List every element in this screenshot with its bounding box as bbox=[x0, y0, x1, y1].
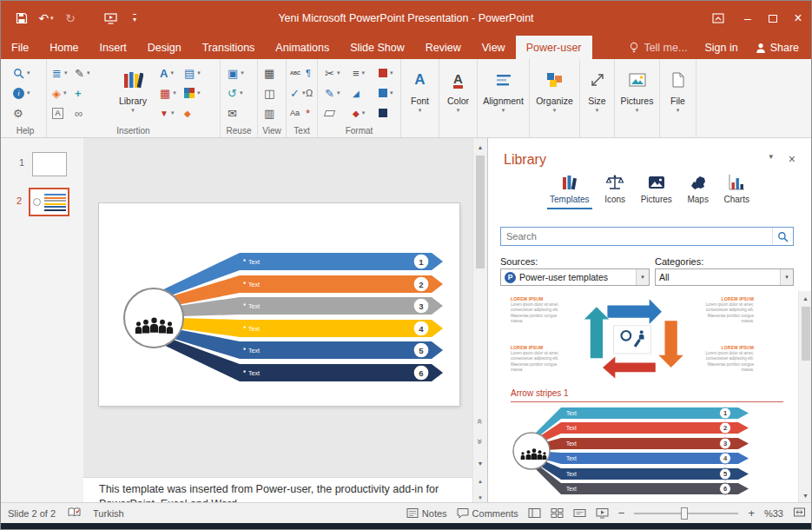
proofing-status-button[interactable] bbox=[68, 507, 81, 520]
previous-slide-button[interactable]: « bbox=[473, 414, 487, 428]
settings-button[interactable]: ⚙ bbox=[13, 105, 30, 121]
fit-slide-button[interactable] bbox=[793, 507, 806, 520]
tab-file[interactable]: File bbox=[1, 36, 39, 59]
alignment-menu-button[interactable]: Alignment▾ bbox=[478, 59, 530, 137]
library-tab-pictures[interactable]: Pictures bbox=[638, 171, 675, 209]
insert-textbox-button[interactable]: A bbox=[52, 105, 67, 121]
library-scrollbar[interactable]: ▲ ▼ bbox=[798, 291, 812, 502]
size-menu-button[interactable]: Size▾ bbox=[580, 59, 615, 137]
library-search-input[interactable] bbox=[501, 231, 772, 242]
symbol-button[interactable]: Ω bbox=[306, 85, 313, 101]
tag-button[interactable]: ◆ bbox=[184, 105, 201, 121]
library-tab-maps[interactable]: Maps bbox=[684, 171, 710, 209]
color-menu-button[interactable]: A Color▾ bbox=[439, 59, 478, 137]
ribbon-display-options-button[interactable] bbox=[705, 1, 731, 36]
slide-2-canvas[interactable]: Text 1 Text 2 Text bbox=[99, 203, 459, 406]
library-pane-close-button[interactable]: × bbox=[789, 152, 795, 166]
language-button[interactable]: Turkish bbox=[93, 508, 124, 519]
panel-view-button[interactable]: ▥ bbox=[264, 105, 274, 121]
matrix-button[interactable]: ▦▾ bbox=[160, 85, 176, 101]
redo-button[interactable]: ↻ bbox=[58, 1, 83, 36]
tab-view[interactable]: View bbox=[472, 36, 516, 59]
funnel-button[interactable]: ▼▾ bbox=[160, 105, 176, 121]
notes-scrollbar[interactable]: ▲ ▼ bbox=[472, 477, 487, 502]
tab-animations[interactable]: Animations bbox=[265, 36, 340, 59]
scroll-down-button[interactable]: ▼ bbox=[473, 456, 487, 470]
insert-list-button[interactable]: ≣▾ bbox=[52, 65, 67, 81]
slide-workspace[interactable]: Text 1 Text 2 Text bbox=[83, 138, 472, 477]
footnote-button[interactable]: * bbox=[306, 105, 313, 121]
pictures-menu-button[interactable]: Pictures▾ bbox=[615, 59, 660, 137]
notes-toggle-button[interactable]: Notes bbox=[406, 507, 447, 519]
library-pane-menu-button[interactable]: ▾ bbox=[769, 152, 773, 161]
arrow-stripe-1[interactable]: Text 1 bbox=[240, 253, 443, 270]
send-button[interactable]: ✉ bbox=[228, 105, 244, 121]
sources-dropdown[interactable]: P Power-user templates ▾ bbox=[500, 268, 650, 286]
reading-view-button[interactable] bbox=[573, 507, 586, 519]
save-button[interactable] bbox=[10, 1, 34, 36]
tab-review[interactable]: Review bbox=[415, 36, 472, 59]
minimize-button[interactable]: – bbox=[735, 1, 761, 36]
blue-swatch-button[interactable]: ▾ bbox=[379, 85, 393, 101]
sources-dropdown-arrow-icon[interactable]: ▾ bbox=[636, 269, 649, 285]
checkmark-button[interactable]: ✓▾ bbox=[290, 85, 305, 101]
change-case-button[interactable]: Aa bbox=[290, 105, 305, 121]
comments-toggle-button[interactable]: Comments bbox=[457, 507, 518, 519]
notes-scroll-up-icon[interactable]: ▲ bbox=[478, 479, 483, 484]
tab-home[interactable]: Home bbox=[39, 36, 89, 59]
zoom-slider-thumb[interactable] bbox=[681, 507, 688, 520]
thumbnail-slide-2[interactable] bbox=[29, 188, 69, 216]
spelling-button[interactable]: ABC bbox=[290, 65, 305, 81]
notes-text[interactable]: This template was inserted from Power-us… bbox=[99, 482, 457, 502]
notes-pane[interactable]: This template was inserted from Power-us… bbox=[83, 477, 472, 502]
tab-transitions[interactable]: Transitions bbox=[192, 36, 266, 59]
library-tab-charts[interactable]: Charts bbox=[722, 171, 752, 209]
arrow-stripe-6[interactable]: Text 6 bbox=[240, 364, 443, 381]
slide-scrollbar[interactable]: ▲ « » ▼ bbox=[472, 138, 487, 477]
customize-quick-access-button[interactable]: ▾ bbox=[122, 1, 147, 36]
search-button[interactable]: ▾ bbox=[13, 65, 30, 81]
organize-menu-button[interactable]: Organize▾ bbox=[530, 59, 580, 137]
edit-shape-button[interactable]: ✎▾ bbox=[75, 65, 89, 81]
thumbnail-slide-1[interactable] bbox=[32, 152, 67, 176]
maximize-button[interactable] bbox=[760, 1, 786, 36]
scroll-up-button[interactable]: ▲ bbox=[473, 140, 487, 154]
insert-table-button[interactable]: ▤▾ bbox=[184, 65, 201, 81]
library-scroll-up-button[interactable]: ▲ bbox=[799, 291, 812, 305]
tab-insert[interactable]: Insert bbox=[89, 36, 137, 59]
next-slide-button[interactable]: » bbox=[473, 434, 487, 448]
categories-dropdown[interactable]: All ▾ bbox=[655, 268, 794, 286]
red-swatch-button[interactable]: ▾ bbox=[379, 65, 393, 81]
eraser-button[interactable] bbox=[325, 105, 340, 121]
scrollbar-thumb[interactable] bbox=[476, 156, 485, 268]
arrow-stripe-5[interactable]: Text 5 bbox=[240, 341, 443, 359]
insert-link-button[interactable]: ∞ bbox=[75, 105, 89, 121]
insert-shapes-button[interactable]: ◈▾ bbox=[52, 85, 67, 101]
gridlines-button[interactable]: ▦ bbox=[264, 65, 274, 81]
add-object-button[interactable]: + bbox=[75, 85, 89, 101]
zoom-out-button[interactable]: − bbox=[618, 507, 625, 520]
zoom-in-button[interactable]: + bbox=[748, 507, 755, 520]
normal-view-button[interactable] bbox=[528, 507, 541, 519]
template-preview-cycle[interactable] bbox=[564, 295, 700, 381]
align-text-button[interactable]: ≡▾ bbox=[353, 65, 365, 81]
split-view-button[interactable]: ◫ bbox=[264, 85, 274, 101]
template-preview-arrow-stripes[interactable]: Text 1 Text 2 Text 3 bbox=[511, 406, 771, 497]
zoom-slider[interactable] bbox=[634, 507, 738, 520]
slide-show-view-button[interactable] bbox=[596, 507, 609, 519]
undo-button[interactable]: ↶▾ bbox=[34, 1, 58, 36]
tab-design[interactable]: Design bbox=[137, 36, 192, 59]
zoom-level-button[interactable]: %33 bbox=[764, 508, 783, 519]
start-slideshow-button[interactable] bbox=[98, 1, 122, 36]
tell-me-box[interactable]: Tell me... bbox=[629, 42, 687, 54]
share-button[interactable]: Share bbox=[756, 42, 799, 54]
library-tab-templates[interactable]: Templates bbox=[547, 171, 592, 209]
arrow-stripe-2[interactable]: Text 2 bbox=[240, 275, 443, 293]
shape-corner-button[interactable]: ◢ bbox=[353, 85, 365, 101]
font-menu-button[interactable]: A Font▾ bbox=[401, 59, 439, 137]
sign-in-button[interactable]: Sign in bbox=[704, 42, 737, 54]
tab-power-user[interactable]: Power-user bbox=[516, 36, 592, 59]
arrow-stripe-3[interactable]: Text 3 bbox=[240, 297, 443, 315]
arrow-stripe-4[interactable]: Text 4 bbox=[240, 320, 443, 337]
reuse-slides-button[interactable]: ↺▾ bbox=[228, 85, 244, 101]
